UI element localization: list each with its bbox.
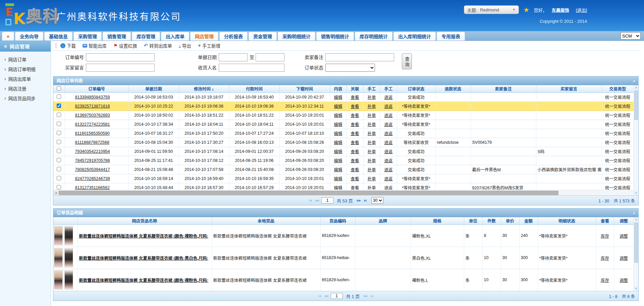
order-number-link[interactable]: 824770265246739: [75, 176, 110, 181]
supplement-link[interactable]: 补单: [367, 104, 376, 109]
order-number-link[interactable]: 811186879872568: [75, 140, 109, 145]
edit-link[interactable]: 编辑: [334, 131, 342, 136]
order-number-link[interactable]: 813127351166562: [75, 185, 110, 190]
order-row[interactable]: 813697503762693 2014-10-10 18:50:02 2014…: [53, 111, 634, 120]
order-number-link[interactable]: 784572919705786: [75, 158, 110, 163]
order-row[interactable]: 813127351166562 2014-10-10 15:48:44 2014…: [53, 183, 634, 190]
view-link[interactable]: 查看: [351, 95, 359, 100]
nav-tab[interactable]: 专用报表: [437, 32, 465, 41]
view-link[interactable]: 查看: [351, 186, 359, 190]
set-red-flag-button[interactable]: ⚑ 设置红旗: [113, 42, 137, 49]
sidebar-item[interactable]: › 网店货品同步: [0, 93, 51, 103]
download-button[interactable]: ↓ 下载: [60, 42, 76, 49]
shop-product-link[interactable]: 新款蕾丝连体裤短裤韩版连体裤 女夏系腰带连衣裙 (颜色:黑白色,尺码:: [79, 256, 208, 261]
next-page-button[interactable]: ▶▶: [363, 294, 368, 298]
supplement-link[interactable]: 补单: [367, 177, 376, 181]
return-link[interactable]: 退返: [384, 122, 392, 127]
order-number-link[interactable]: 793403542210954: [75, 149, 110, 154]
nav-tab[interactable]: 库存管理: [132, 32, 160, 41]
order-number-link[interactable]: 780825053944417: [75, 167, 110, 172]
product-image[interactable]: [64, 270, 73, 290]
vertical-scroll-thumb[interactable]: [634, 223, 638, 263]
nav-tab[interactable]: 采购管理: [73, 32, 102, 41]
supplement-link[interactable]: 补单: [367, 122, 376, 127]
return-link[interactable]: 退返: [384, 113, 392, 118]
shop-product-link[interactable]: 新款蕾丝连体裤短裤韩版连体裤 女夏系腰带连衣裙 (颜色:裸粉色,尺码:: [79, 234, 208, 239]
col-doc-date[interactable]: 单据日期: [128, 85, 179, 93]
nav-tab[interactable]: 资金管理: [249, 32, 277, 41]
return-link[interactable]: 退返: [384, 95, 392, 100]
stock-link[interactable]: 库存: [601, 278, 609, 283]
col-pay-time[interactable]: 付款时间: [229, 85, 279, 93]
col-spec[interactable]: 规格: [411, 217, 464, 225]
col-trade-type[interactable]: 交易类型: [602, 85, 634, 93]
product-image[interactable]: [54, 226, 63, 245]
sidebar-item[interactable]: › 网店订单明细: [0, 64, 51, 74]
col-modify-time[interactable]: 修改时间▲▼: [179, 85, 229, 93]
adjust-link[interactable]: 调整: [620, 234, 628, 239]
prev-page-button[interactable]: ◀◀: [314, 199, 319, 202]
row-checkbox[interactable]: [57, 149, 61, 153]
order-row[interactable]: 823925713871616 2014-10-10 10:25:22 2014…: [53, 102, 634, 111]
view-link[interactable]: 查看: [351, 177, 359, 181]
edit-link[interactable]: 编辑: [334, 186, 342, 190]
horizontal-scrollbar[interactable]: ◀: [53, 190, 634, 195]
col-price[interactable]: 单价: [501, 217, 519, 225]
page-size-select[interactable]: 30: [371, 197, 383, 204]
smart-outbound-button[interactable]: 智能出库: [83, 42, 107, 49]
order-row[interactable]: 811601565350590 2014-10-07 16:31:27 2014…: [53, 129, 634, 138]
supplement-link[interactable]: 补单: [367, 131, 376, 136]
edit-link[interactable]: 编辑: [334, 95, 342, 100]
order-no-input[interactable]: [86, 53, 155, 61]
return-link[interactable]: 退返: [384, 131, 392, 136]
col-view[interactable]: 查看: [596, 217, 614, 225]
row-checkbox[interactable]: [57, 131, 61, 135]
collapse-icon[interactable]: ▲: [633, 208, 636, 217]
adjust-link[interactable]: 调整: [620, 256, 628, 261]
scm-select[interactable]: SCM: [621, 32, 641, 40]
order-number-link[interactable]: 813697503762693: [75, 113, 110, 118]
col-brand[interactable]: 品牌: [355, 217, 411, 225]
return-link[interactable]: 退返: [384, 186, 392, 190]
last-page-button[interactable]: ▶|: [370, 294, 374, 298]
supplement-link[interactable]: 补单: [367, 149, 376, 154]
col-refund-status[interactable]: 退款状态: [435, 85, 471, 93]
home-tab[interactable]: [2, 32, 14, 41]
favorite-star-icon[interactable]: ★: [524, 6, 529, 14]
adjust-link[interactable]: 调整: [620, 278, 628, 283]
select-all-checkbox[interactable]: [57, 86, 61, 90]
scroll-up-arrow-icon[interactable]: ▲: [634, 217, 638, 222]
col-qty[interactable]: 件数: [482, 217, 501, 225]
product-image[interactable]: [64, 226, 73, 245]
supplement-link[interactable]: 补单: [367, 186, 376, 190]
page-input[interactable]: [331, 293, 343, 299]
order-row[interactable]: 784572919705786 2014-08-25 11:17:41 2014…: [53, 156, 634, 165]
manual-add-button[interactable]: + 手工新增: [198, 42, 220, 49]
order-row[interactable]: 813394850843759 2014-10-09 16:53:03 2014…: [53, 93, 634, 102]
order-number-link[interactable]: 813227274223581: [75, 122, 110, 127]
view-link[interactable]: 查看: [351, 149, 359, 154]
stock-link[interactable]: 库存: [601, 256, 609, 261]
col-code[interactable]: 货品编码: [320, 217, 355, 225]
buyer-msg-input[interactable]: [86, 64, 155, 72]
row-checkbox[interactable]: [57, 167, 61, 171]
nav-tab[interactable]: 网店管理: [190, 32, 218, 41]
product-image[interactable]: [54, 248, 63, 267]
row-checkbox[interactable]: [57, 185, 61, 189]
row-checkbox[interactable]: [57, 104, 61, 108]
theme-select[interactable]: 主题: Redmond ▼: [464, 5, 519, 14]
return-link[interactable]: 退返: [384, 168, 392, 172]
view-link[interactable]: 查看: [351, 104, 359, 109]
scroll-down-arrow-icon[interactable]: ▼: [634, 286, 638, 291]
col-manual-1[interactable]: 手工: [363, 85, 380, 93]
edit-link[interactable]: 编辑: [334, 177, 342, 181]
logout-link[interactable]: [退出]: [576, 7, 587, 13]
scroll-left-arrow-icon[interactable]: ◀: [53, 190, 58, 195]
detail-row[interactable]: 新款蕾丝连体裤短裤韩版连体裤 女夏系腰带连衣裙 (颜色:裸粉色,尺码: 新款蕾丝…: [53, 269, 634, 291]
date-from-input[interactable]: [219, 53, 248, 61]
query-button[interactable]: 查询: [402, 53, 412, 69]
view-link[interactable]: 查看: [351, 122, 359, 127]
edit-link[interactable]: 编辑: [334, 149, 342, 154]
nav-tab[interactable]: 销售明细统计: [316, 32, 354, 41]
row-checkbox[interactable]: [57, 140, 61, 144]
